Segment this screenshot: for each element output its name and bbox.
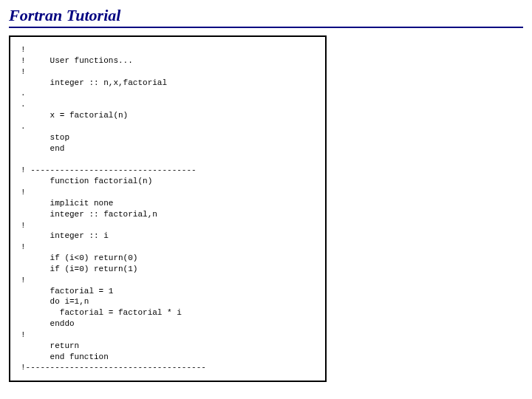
code-box: ! ! User functions... ! integer :: n,x,f…	[9, 35, 327, 382]
code-listing: ! ! User functions... ! integer :: n,x,f…	[21, 44, 315, 373]
page-title: Fortran Tutorial	[9, 6, 523, 28]
